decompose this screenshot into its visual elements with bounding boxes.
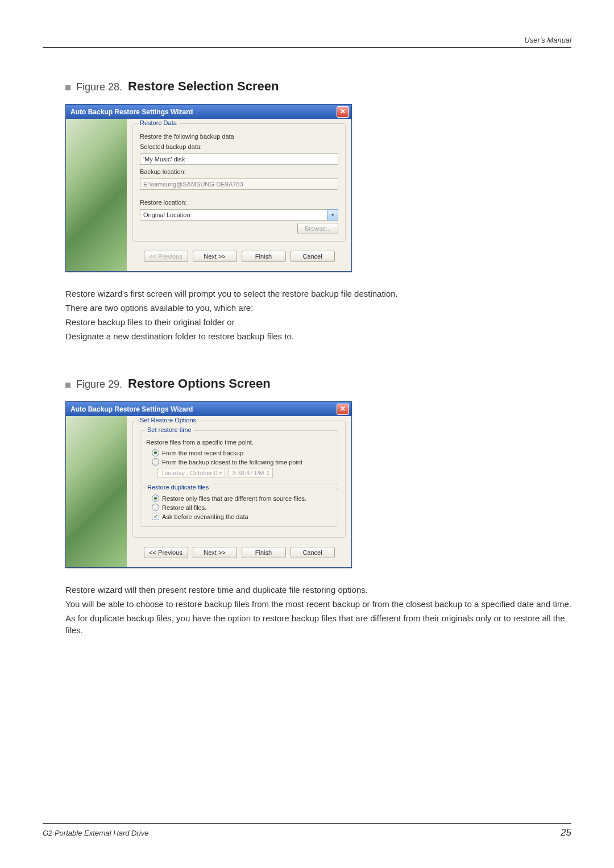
- radio-label: From the backup closest to the following…: [162, 459, 302, 466]
- finish-button[interactable]: Finish: [242, 547, 286, 558]
- close-icon[interactable]: ✕: [337, 404, 349, 415]
- p1-l1: Restore wizard's first screen will promp…: [65, 288, 571, 300]
- radio-icon: [152, 449, 159, 456]
- wizard-sidebar-image: [66, 119, 127, 271]
- selected-backup-input[interactable]: 'My Music' disk: [140, 153, 338, 165]
- set-restore-time-group: Set restore time Restore files from a sp…: [140, 430, 338, 484]
- checkbox-icon: [152, 513, 159, 520]
- previous-button[interactable]: << Previous: [144, 547, 188, 558]
- figure-28-label: Figure 28.: [76, 81, 122, 93]
- figure-29-label: Figure 29.: [76, 379, 122, 391]
- wizard-footer-buttons: << Previous Next >> Finish Cancel: [132, 245, 346, 268]
- set-restore-time-legend: Set restore time: [145, 426, 194, 433]
- backup-location-input: E:\samsung@SAMSUNG-DE9A783: [140, 178, 338, 190]
- p1-l3: Restore backup files to their original f…: [65, 316, 571, 328]
- p1-l4: Designate a new destination folder to re…: [65, 330, 571, 342]
- browse-button[interactable]: Browse...: [297, 223, 338, 234]
- backup-location-label: Backup location:: [140, 168, 338, 175]
- bullet-icon: [65, 383, 70, 388]
- paragraph-1: Restore wizard's first screen will promp…: [65, 288, 571, 342]
- figure-28-title: Restore Selection Screen: [128, 79, 279, 94]
- radio-closest-time[interactable]: From the backup closest to the following…: [152, 458, 332, 466]
- next-button[interactable]: Next >>: [193, 251, 237, 262]
- time-picker: 3:38:47 PM ▲▼: [229, 468, 273, 478]
- restore-data-desc: Restore the following backup data: [140, 133, 338, 140]
- set-restore-options-legend: Set Restore Options: [138, 417, 198, 423]
- chevron-down-icon: ▾: [219, 471, 222, 476]
- wizard-titlebar: Auto Backup Restore Settings Wizard ✕: [66, 402, 351, 416]
- restore-location-label: Restore location:: [140, 199, 338, 206]
- radio-icon: [152, 458, 159, 466]
- wizard-sidebar-image: [66, 416, 127, 567]
- radio-label: Restore only files that are different fr…: [162, 495, 306, 502]
- close-icon[interactable]: ✕: [337, 106, 349, 118]
- checkbox-label: Ask before overwriting the data: [162, 513, 248, 520]
- cancel-button[interactable]: Cancel: [291, 251, 335, 262]
- selected-backup-label: Selected backup data:: [140, 143, 338, 150]
- figure-29-title: Restore Options Screen: [128, 376, 271, 391]
- footer-product: G2 Portable External Hard Drive: [43, 829, 148, 837]
- wizard-title: Auto Backup Restore Settings Wizard: [70, 108, 193, 116]
- radio-most-recent[interactable]: From the most recent backup: [152, 449, 332, 456]
- restore-options-wizard: Auto Backup Restore Settings Wizard ✕ Se…: [65, 401, 352, 568]
- restore-time-desc: Restore files from a specific time point…: [146, 439, 332, 446]
- page-number: 25: [561, 827, 571, 838]
- restore-location-select[interactable]: Original Location ▾: [140, 209, 338, 221]
- chevron-down-icon[interactable]: ▾: [327, 209, 338, 221]
- time-value: 3:38:47 PM: [232, 470, 264, 476]
- figure-29-heading: Figure 29. Restore Options Screen: [65, 376, 571, 391]
- restore-data-legend: Restore Data: [138, 119, 179, 126]
- header-manual: User's Manual: [524, 36, 571, 44]
- paragraph-2: Restore wizard will then present restore…: [65, 584, 571, 636]
- next-button[interactable]: Next >>: [193, 547, 237, 558]
- cancel-button[interactable]: Cancel: [291, 547, 335, 558]
- previous-button: << Previous: [144, 251, 188, 262]
- radio-label: From the most recent backup: [162, 450, 243, 456]
- wizard-titlebar: Auto Backup Restore Settings Wizard ✕: [66, 105, 351, 119]
- p2-l3: As for duplicate backup files, you have …: [65, 612, 571, 636]
- restore-duplicate-legend: Restore duplicate files: [145, 484, 211, 491]
- restore-data-fieldset: Restore Data Restore the following backu…: [132, 123, 346, 242]
- restore-location-value: Original Location: [140, 209, 327, 221]
- finish-button[interactable]: Finish: [242, 251, 286, 262]
- figure-28-heading: Figure 28. Restore Selection Screen: [65, 79, 571, 94]
- page-footer: G2 Portable External Hard Drive 25: [43, 819, 571, 838]
- restore-duplicate-group: Restore duplicate files Restore only fil…: [140, 488, 338, 527]
- date-picker: Tuesday , October 0 ▾: [157, 468, 225, 478]
- date-value: Tuesday , October 0: [161, 470, 217, 476]
- radio-label: Restore all files.: [162, 504, 206, 511]
- check-ask-overwrite[interactable]: Ask before overwriting the data: [152, 513, 332, 520]
- bullet-icon: [65, 85, 70, 90]
- p2-l2: You will be able to choose to restore ba…: [65, 598, 571, 610]
- wizard-title: Auto Backup Restore Settings Wizard: [70, 405, 193, 413]
- spinner-icon: ▲▼: [267, 470, 270, 476]
- radio-all-files[interactable]: Restore all files.: [152, 504, 332, 511]
- radio-icon: [152, 495, 159, 502]
- p2-l1: Restore wizard will then present restore…: [65, 584, 571, 596]
- set-restore-options-fieldset: Set Restore Options Set restore time Res…: [132, 421, 346, 538]
- wizard-footer-buttons: << Previous Next >> Finish Cancel: [132, 541, 346, 564]
- footer-rule: [43, 823, 571, 824]
- radio-icon: [152, 504, 159, 511]
- restore-selection-wizard: Auto Backup Restore Settings Wizard ✕ Re…: [65, 104, 352, 272]
- radio-different-only[interactable]: Restore only files that are different fr…: [152, 495, 332, 502]
- p1-l2: There are two options available to you, …: [65, 302, 571, 314]
